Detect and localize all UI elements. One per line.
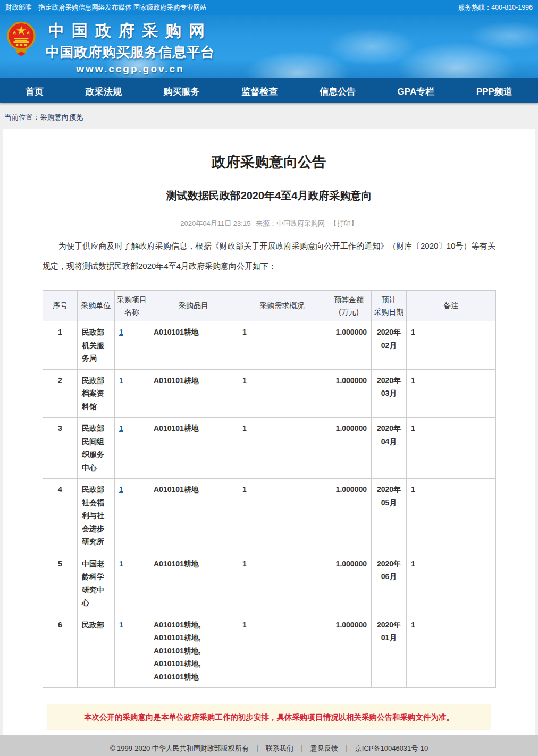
- col-header-budget: 预算金额 (万元): [326, 291, 372, 321]
- nav-item-ppp[interactable]: PPP频道: [476, 86, 512, 98]
- page-title: 政府采购意向公告: [43, 152, 495, 172]
- cell-project: 1: [115, 614, 149, 688]
- breadcrumb: 当前位置：采购意向预览: [0, 103, 538, 129]
- table-row: 3 民政部民间组织服务中心 1 A010101耕地 1 1.000000 202…: [43, 418, 496, 479]
- announcement-subtitle: 测试数据民政部2020年4至4月政府采购意向: [43, 189, 495, 203]
- print-button[interactable]: 【打印】: [330, 219, 358, 227]
- cell-project: 1: [115, 479, 149, 553]
- cell-note: 1: [407, 614, 496, 688]
- article-meta: 2020年04月11日 23:15 来源：中国政府采购网 【打印】: [43, 219, 495, 228]
- nav-item-regulations[interactable]: 政采法规: [86, 86, 122, 98]
- cell-project: 1: [115, 321, 149, 370]
- breadcrumb-current: 采购意向预览: [40, 113, 83, 121]
- footer-separator: ｜: [254, 744, 260, 752]
- cell-note: 1: [407, 321, 496, 370]
- col-header-date: 预计 采购日期: [372, 291, 407, 321]
- cell-unit: 民政部民间组织服务中心: [78, 418, 115, 479]
- cell-project: 1: [115, 369, 149, 418]
- col-header-summary: 采购需求概况: [238, 291, 326, 321]
- source-label: 来源：中国政府采购网: [256, 219, 325, 227]
- cell-seq: 2: [43, 369, 78, 418]
- footer-separator: ｜: [343, 744, 350, 752]
- cell-date: 2020年04月: [372, 418, 407, 479]
- cell-unit: 民政部社会福利与社会进步研究所: [78, 479, 115, 553]
- cell-category: A010101耕地: [149, 553, 238, 614]
- cell-budget: 1.000000: [326, 369, 372, 418]
- service-hotline: 服务热线：400-810-1996: [458, 3, 533, 12]
- cell-budget: 1.000000: [326, 418, 372, 479]
- cell-date: 2020年06月: [372, 553, 407, 614]
- cell-seq: 5: [43, 553, 78, 614]
- site-subtitle: 中国政府购买服务信息平台: [43, 43, 218, 62]
- announcement-card: 政府采购意向公告 测试数据民政部2020年4至4月政府采购意向 2020年04月…: [3, 129, 535, 756]
- cell-date: 2020年01月: [372, 614, 407, 688]
- project-link[interactable]: 1: [119, 621, 123, 629]
- cell-summary: 1: [238, 369, 326, 418]
- cell-category: A010101耕地: [149, 479, 238, 553]
- topbar: 财政部唯一指定政府采购信息网络发布媒体 国家级政府采购专业网站 服务热线：400…: [0, 0, 538, 15]
- cell-unit: 民政部: [78, 614, 115, 688]
- cell-note: 1: [407, 418, 496, 479]
- cell-summary: 1: [238, 553, 326, 614]
- publish-date: 2020年04月11日 23:15: [180, 219, 250, 227]
- site-header: 中国政府采购网 中国政府购买服务信息平台 www.ccgp.gov.cn: [0, 15, 538, 80]
- intro-paragraph: 为便于供应商及时了解政府采购信息，根据《财政部关于开展政府采购意向公开工作的通知…: [43, 236, 495, 276]
- nav-item-home[interactable]: 首页: [26, 86, 44, 98]
- col-header-note: 备注: [407, 291, 496, 321]
- col-header-category: 采购品目: [149, 291, 238, 321]
- cell-category: A010101耕地: [149, 418, 238, 479]
- procurement-intent-table: 序号 采购单位 采购项目 名称 采购品目 采购需求概况 预算金额 (万元) 预计…: [43, 290, 496, 688]
- project-link[interactable]: 1: [119, 559, 123, 568]
- project-link[interactable]: 1: [119, 424, 123, 432]
- page-footer: © 1999-2020 中华人民共和国财政部版权所有 ｜ 联系我们 ｜ 意见反馈…: [0, 735, 538, 756]
- cell-category: A010101耕地: [149, 321, 238, 370]
- cell-budget: 1.000000: [326, 614, 372, 688]
- project-link[interactable]: 1: [119, 376, 123, 385]
- cell-seq: 1: [43, 321, 78, 370]
- cell-category: A010101耕地: [149, 369, 238, 418]
- cell-unit: 民政部档案资料馆: [78, 369, 115, 418]
- breadcrumb-label: 当前位置：: [4, 113, 40, 121]
- nav-item-purchase-services[interactable]: 购买服务: [163, 86, 199, 98]
- topbar-slogan: 财政部唯一指定政府采购信息网络发布媒体 国家级政府采购专业网站: [5, 3, 206, 12]
- cell-summary: 1: [238, 614, 326, 688]
- feedback-link[interactable]: 意见反馈: [310, 744, 338, 752]
- cell-date: 2020年05月: [372, 479, 407, 553]
- cell-summary: 1: [238, 479, 326, 553]
- cell-seq: 6: [43, 614, 78, 688]
- disclaimer-text: 本次公开的采购意向是本单位政府采购工作的初步安排，具体采购项目情况以相关采购公告…: [84, 712, 454, 723]
- national-emblem-icon: [6, 20, 36, 56]
- contact-us-link[interactable]: 联系我们: [266, 744, 293, 752]
- cell-note: 1: [407, 553, 496, 614]
- table-row: 4 民政部社会福利与社会进步研究所 1 A010101耕地 1 1.000000…: [43, 479, 496, 553]
- col-header-seq: 序号: [43, 291, 78, 321]
- cell-budget: 1.000000: [326, 321, 372, 370]
- col-header-unit: 采购单位: [78, 291, 115, 321]
- table-row: 6 民政部 1 A010101耕地,A010101耕地,A010101耕地,A0…: [43, 614, 496, 688]
- table-row: 2 民政部档案资料馆 1 A010101耕地 1 1.000000 2020年0…: [43, 369, 496, 418]
- disclaimer-box: 本次公开的采购意向是本单位政府采购工作的初步安排，具体采购项目情况以相关采购公告…: [47, 704, 491, 730]
- site-url: www.ccgp.gov.cn: [43, 63, 218, 75]
- nav-item-gpa[interactable]: GPA专栏: [398, 86, 435, 98]
- col-header-project: 采购项目 名称: [115, 291, 149, 321]
- cell-summary: 1: [238, 418, 326, 479]
- cell-budget: 1.000000: [326, 553, 372, 614]
- icp-number: 京ICP备10046031号-10: [355, 744, 428, 752]
- project-link[interactable]: 1: [119, 485, 123, 494]
- cell-note: 1: [407, 369, 496, 418]
- table-header-row: 序号 采购单位 采购项目 名称 采购品目 采购需求概况 预算金额 (万元) 预计…: [43, 291, 496, 321]
- cell-seq: 4: [43, 479, 78, 553]
- site-name: 中国政府采购网: [43, 20, 218, 42]
- nav-item-announcements[interactable]: 信息公告: [320, 86, 356, 98]
- cell-project: 1: [115, 418, 149, 479]
- cell-budget: 1.000000: [326, 479, 372, 553]
- cell-category: A010101耕地,A010101耕地,A010101耕地,A010101耕地,…: [149, 614, 238, 688]
- cell-date: 2020年03月: [372, 369, 407, 418]
- nav-item-supervision[interactable]: 监督检查: [241, 86, 278, 98]
- cell-project: 1: [115, 553, 149, 614]
- footer-separator: ｜: [298, 744, 305, 752]
- cell-seq: 3: [43, 418, 78, 479]
- project-link[interactable]: 1: [119, 328, 123, 336]
- copyright-text: © 1999-2020 中华人民共和国财政部版权所有: [110, 744, 249, 752]
- table-row: 5 中国老龄科学研究中心 1 A010101耕地 1 1.000000 2020…: [43, 553, 496, 614]
